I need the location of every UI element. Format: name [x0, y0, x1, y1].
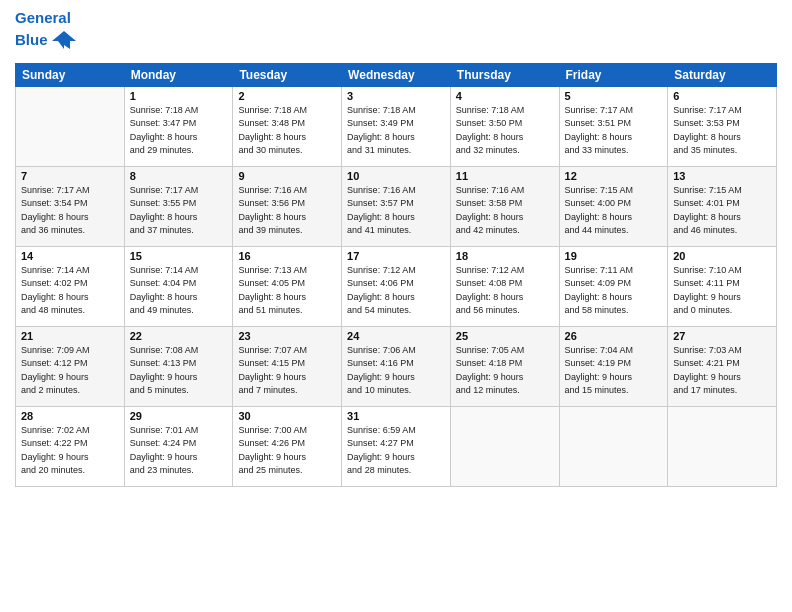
- calendar-cell: 4Sunrise: 7:18 AMSunset: 3:50 PMDaylight…: [450, 86, 559, 166]
- calendar-cell: 6Sunrise: 7:17 AMSunset: 3:53 PMDaylight…: [668, 86, 777, 166]
- day-info: Sunrise: 7:01 AMSunset: 4:24 PMDaylight:…: [130, 424, 228, 478]
- calendar-cell: 14Sunrise: 7:14 AMSunset: 4:02 PMDayligh…: [16, 246, 125, 326]
- calendar-cell: 3Sunrise: 7:18 AMSunset: 3:49 PMDaylight…: [342, 86, 451, 166]
- day-info: Sunrise: 7:08 AMSunset: 4:13 PMDaylight:…: [130, 344, 228, 398]
- logo: General Blue: [15, 10, 78, 55]
- calendar-cell: [16, 86, 125, 166]
- day-info: Sunrise: 7:10 AMSunset: 4:11 PMDaylight:…: [673, 264, 771, 318]
- col-header-friday: Friday: [559, 63, 668, 86]
- calendar-cell: 16Sunrise: 7:13 AMSunset: 4:05 PMDayligh…: [233, 246, 342, 326]
- day-info: Sunrise: 7:00 AMSunset: 4:26 PMDaylight:…: [238, 424, 336, 478]
- day-info: Sunrise: 7:04 AMSunset: 4:19 PMDaylight:…: [565, 344, 663, 398]
- day-info: Sunrise: 7:14 AMSunset: 4:02 PMDaylight:…: [21, 264, 119, 318]
- day-info: Sunrise: 7:16 AMSunset: 3:56 PMDaylight:…: [238, 184, 336, 238]
- calendar-week-row: 28Sunrise: 7:02 AMSunset: 4:22 PMDayligh…: [16, 406, 777, 486]
- calendar-cell: 20Sunrise: 7:10 AMSunset: 4:11 PMDayligh…: [668, 246, 777, 326]
- calendar-cell: 1Sunrise: 7:18 AMSunset: 3:47 PMDaylight…: [124, 86, 233, 166]
- day-info: Sunrise: 7:16 AMSunset: 3:57 PMDaylight:…: [347, 184, 445, 238]
- calendar-cell: 13Sunrise: 7:15 AMSunset: 4:01 PMDayligh…: [668, 166, 777, 246]
- calendar-cell: 23Sunrise: 7:07 AMSunset: 4:15 PMDayligh…: [233, 326, 342, 406]
- day-number: 7: [21, 170, 119, 182]
- calendar-cell: 7Sunrise: 7:17 AMSunset: 3:54 PMDaylight…: [16, 166, 125, 246]
- day-number: 30: [238, 410, 336, 422]
- calendar-cell: 2Sunrise: 7:18 AMSunset: 3:48 PMDaylight…: [233, 86, 342, 166]
- calendar-cell: 8Sunrise: 7:17 AMSunset: 3:55 PMDaylight…: [124, 166, 233, 246]
- day-info: Sunrise: 7:07 AMSunset: 4:15 PMDaylight:…: [238, 344, 336, 398]
- day-number: 21: [21, 330, 119, 342]
- calendar-cell: 5Sunrise: 7:17 AMSunset: 3:51 PMDaylight…: [559, 86, 668, 166]
- day-info: Sunrise: 7:14 AMSunset: 4:04 PMDaylight:…: [130, 264, 228, 318]
- day-number: 20: [673, 250, 771, 262]
- day-info: Sunrise: 7:18 AMSunset: 3:48 PMDaylight:…: [238, 104, 336, 158]
- col-header-wednesday: Wednesday: [342, 63, 451, 86]
- calendar-cell: [450, 406, 559, 486]
- day-number: 27: [673, 330, 771, 342]
- day-info: Sunrise: 7:13 AMSunset: 4:05 PMDaylight:…: [238, 264, 336, 318]
- calendar-cell: 28Sunrise: 7:02 AMSunset: 4:22 PMDayligh…: [16, 406, 125, 486]
- day-info: Sunrise: 7:15 AMSunset: 4:00 PMDaylight:…: [565, 184, 663, 238]
- day-info: Sunrise: 7:06 AMSunset: 4:16 PMDaylight:…: [347, 344, 445, 398]
- day-number: 5: [565, 90, 663, 102]
- day-number: 14: [21, 250, 119, 262]
- day-number: 17: [347, 250, 445, 262]
- calendar-cell: 27Sunrise: 7:03 AMSunset: 4:21 PMDayligh…: [668, 326, 777, 406]
- day-number: 28: [21, 410, 119, 422]
- day-number: 22: [130, 330, 228, 342]
- calendar-week-row: 7Sunrise: 7:17 AMSunset: 3:54 PMDaylight…: [16, 166, 777, 246]
- day-number: 3: [347, 90, 445, 102]
- calendar-week-row: 21Sunrise: 7:09 AMSunset: 4:12 PMDayligh…: [16, 326, 777, 406]
- calendar-cell: [559, 406, 668, 486]
- calendar-header-row: SundayMondayTuesdayWednesdayThursdayFrid…: [16, 63, 777, 86]
- day-info: Sunrise: 7:17 AMSunset: 3:53 PMDaylight:…: [673, 104, 771, 158]
- calendar-cell: 25Sunrise: 7:05 AMSunset: 4:18 PMDayligh…: [450, 326, 559, 406]
- day-number: 25: [456, 330, 554, 342]
- day-info: Sunrise: 7:17 AMSunset: 3:51 PMDaylight:…: [565, 104, 663, 158]
- col-header-sunday: Sunday: [16, 63, 125, 86]
- day-info: Sunrise: 7:15 AMSunset: 4:01 PMDaylight:…: [673, 184, 771, 238]
- col-header-saturday: Saturday: [668, 63, 777, 86]
- calendar-cell: 15Sunrise: 7:14 AMSunset: 4:04 PMDayligh…: [124, 246, 233, 326]
- day-number: 19: [565, 250, 663, 262]
- calendar-cell: 21Sunrise: 7:09 AMSunset: 4:12 PMDayligh…: [16, 326, 125, 406]
- day-info: Sunrise: 7:12 AMSunset: 4:06 PMDaylight:…: [347, 264, 445, 318]
- col-header-monday: Monday: [124, 63, 233, 86]
- calendar-cell: [668, 406, 777, 486]
- calendar-cell: 29Sunrise: 7:01 AMSunset: 4:24 PMDayligh…: [124, 406, 233, 486]
- day-number: 2: [238, 90, 336, 102]
- calendar-cell: 18Sunrise: 7:12 AMSunset: 4:08 PMDayligh…: [450, 246, 559, 326]
- day-info: Sunrise: 7:16 AMSunset: 3:58 PMDaylight:…: [456, 184, 554, 238]
- calendar-table: SundayMondayTuesdayWednesdayThursdayFrid…: [15, 63, 777, 487]
- day-info: Sunrise: 7:12 AMSunset: 4:08 PMDaylight:…: [456, 264, 554, 318]
- day-number: 13: [673, 170, 771, 182]
- calendar-week-row: 14Sunrise: 7:14 AMSunset: 4:02 PMDayligh…: [16, 246, 777, 326]
- day-info: Sunrise: 7:03 AMSunset: 4:21 PMDaylight:…: [673, 344, 771, 398]
- col-header-tuesday: Tuesday: [233, 63, 342, 86]
- day-number: 29: [130, 410, 228, 422]
- day-info: Sunrise: 7:05 AMSunset: 4:18 PMDaylight:…: [456, 344, 554, 398]
- day-number: 16: [238, 250, 336, 262]
- calendar-cell: 24Sunrise: 7:06 AMSunset: 4:16 PMDayligh…: [342, 326, 451, 406]
- day-info: Sunrise: 7:11 AMSunset: 4:09 PMDaylight:…: [565, 264, 663, 318]
- day-number: 9: [238, 170, 336, 182]
- day-number: 11: [456, 170, 554, 182]
- day-info: Sunrise: 7:18 AMSunset: 3:49 PMDaylight:…: [347, 104, 445, 158]
- calendar-cell: 22Sunrise: 7:08 AMSunset: 4:13 PMDayligh…: [124, 326, 233, 406]
- day-info: Sunrise: 7:18 AMSunset: 3:50 PMDaylight:…: [456, 104, 554, 158]
- calendar-cell: 19Sunrise: 7:11 AMSunset: 4:09 PMDayligh…: [559, 246, 668, 326]
- svg-marker-0: [52, 31, 76, 49]
- day-info: Sunrise: 7:17 AMSunset: 3:55 PMDaylight:…: [130, 184, 228, 238]
- page: General Blue SundayMondayTuesdayWednesda…: [0, 0, 792, 612]
- day-info: Sunrise: 6:59 AMSunset: 4:27 PMDaylight:…: [347, 424, 445, 478]
- day-number: 18: [456, 250, 554, 262]
- calendar-cell: 12Sunrise: 7:15 AMSunset: 4:00 PMDayligh…: [559, 166, 668, 246]
- day-info: Sunrise: 7:18 AMSunset: 3:47 PMDaylight:…: [130, 104, 228, 158]
- day-number: 24: [347, 330, 445, 342]
- logo-bird-icon: [50, 27, 78, 55]
- calendar-cell: 26Sunrise: 7:04 AMSunset: 4:19 PMDayligh…: [559, 326, 668, 406]
- day-info: Sunrise: 7:02 AMSunset: 4:22 PMDaylight:…: [21, 424, 119, 478]
- col-header-thursday: Thursday: [450, 63, 559, 86]
- calendar-cell: 9Sunrise: 7:16 AMSunset: 3:56 PMDaylight…: [233, 166, 342, 246]
- calendar-cell: 10Sunrise: 7:16 AMSunset: 3:57 PMDayligh…: [342, 166, 451, 246]
- day-number: 6: [673, 90, 771, 102]
- day-number: 8: [130, 170, 228, 182]
